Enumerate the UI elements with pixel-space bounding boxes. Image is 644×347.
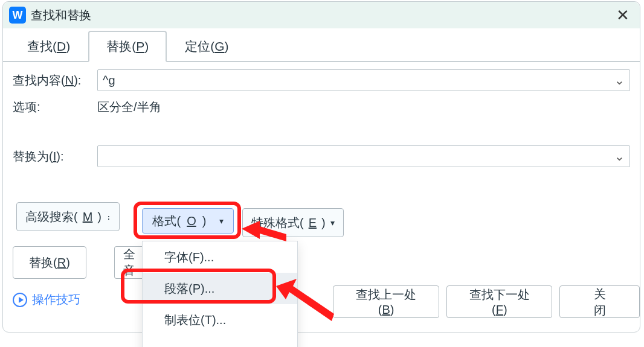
- options-label: 选项:: [13, 99, 97, 115]
- dialog-title: 查找和替换: [31, 7, 91, 24]
- format-menu: 字体(F)... 段落(P)... 制表位(T)... 样式(S): [142, 241, 298, 347]
- form-area: 查找内容(N): ^g ⌄ 选项: 区分全/半角 替换为(I): ⌄: [3, 62, 640, 168]
- format-button[interactable]: 格式(O) ▾: [142, 208, 234, 234]
- caret-down-icon: ▾: [330, 218, 335, 228]
- replace-all-button[interactable]: 全音: [114, 246, 142, 279]
- replace-button[interactable]: 替换(R): [13, 246, 86, 279]
- caret-down-icon: ▾: [219, 216, 224, 226]
- options-value: 区分全/半角: [97, 99, 161, 115]
- chevron-down-icon: ⌄: [614, 73, 625, 88]
- cancel-close-button[interactable]: 关闭: [559, 285, 640, 318]
- tab-goto[interactable]: 定位(G): [167, 31, 246, 61]
- close-icon[interactable]: ✕: [612, 4, 634, 26]
- tab-replace[interactable]: 替换(P): [88, 31, 167, 62]
- title-bar: W 查找和替换 ✕: [3, 2, 640, 28]
- find-prev-button[interactable]: 查找上一处(B): [333, 285, 439, 318]
- bottom-buttons: 查找上一处(B) 查找下一处(F) 关闭: [333, 285, 640, 318]
- special-format-button[interactable]: 特殊格式(E)▾: [242, 208, 344, 237]
- chevron-down-icon: ⌄: [614, 149, 625, 164]
- collapse-chevrons-icon: ᎓: [106, 212, 111, 221]
- find-what-label: 查找内容(N):: [13, 72, 97, 89]
- find-next-button[interactable]: 查找下一处(F): [446, 285, 552, 318]
- find-what-input[interactable]: ^g ⌄: [97, 69, 630, 91]
- wps-app-icon: W: [9, 7, 26, 24]
- replace-with-label: 替换为(I):: [13, 148, 97, 165]
- menu-item-style[interactable]: 样式(S): [143, 336, 297, 347]
- tips-link[interactable]: 操作技巧: [13, 291, 80, 308]
- find-replace-dialog: W 查找和替换 ✕ 查找(D) 替换(P) 定位(G) 查找内容(N): ^g …: [2, 1, 640, 333]
- replace-with-input[interactable]: ⌄: [97, 145, 630, 167]
- menu-item-font[interactable]: 字体(F)...: [143, 241, 297, 273]
- play-icon: [13, 293, 27, 307]
- tab-find[interactable]: 查找(D): [9, 31, 88, 61]
- menu-item-paragraph[interactable]: 段落(P)...: [143, 273, 297, 304]
- menu-item-tab[interactable]: 制表位(T)...: [143, 304, 297, 336]
- advanced-search-button[interactable]: 高级搜索(M)᎓: [16, 202, 120, 231]
- tabs: 查找(D) 替换(P) 定位(G): [3, 28, 640, 62]
